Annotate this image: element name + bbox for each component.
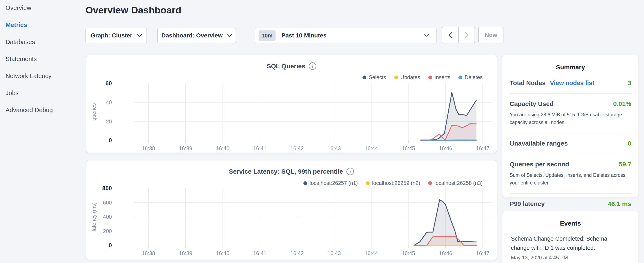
graph-dropdown[interactable]: Graph: Cluster [86,28,147,43]
svg-text:200: 200 [103,228,112,234]
sidebar-item-jobs[interactable]: Jobs [0,85,86,102]
svg-text:20: 20 [106,119,112,124]
chevron-down-icon [137,34,142,37]
dashboard-dropdown[interactable]: Dashboard: Overview [157,28,236,43]
svg-text:16:42: 16:42 [290,250,304,256]
svg-text:16:42: 16:42 [290,145,304,151]
chart-title: SQL Queries [266,63,305,70]
svg-text:16:44: 16:44 [365,145,378,151]
service-latency-chart-panel: Service Latency: SQL, 99th percentile i … [86,160,497,260]
svg-text:16:38: 16:38 [142,145,155,151]
svg-text:16:39: 16:39 [179,250,192,256]
legend-label: Selects [369,74,386,80]
svg-text:16:40: 16:40 [216,145,230,151]
svg-text:0: 0 [109,242,112,248]
svg-text:400: 400 [103,214,112,220]
info-icon[interactable]: i [346,168,354,175]
summary-label: Queries per second [510,161,569,168]
summary-row-capacity-used: Capacity Used 0.01% You are using 28.6 M… [510,94,631,133]
chart-legend: SelectsUpdatesInsertsDeletes [362,74,483,80]
legend-item[interactable]: localhost:26257 (n1) [304,180,358,186]
chevron-down-icon [424,34,429,37]
svg-text:16:39: 16:39 [179,145,192,151]
sidebar-item-statements[interactable]: Statements [0,51,86,68]
service-latency-chart: 16:3816:3916:4016:4116:4216:4316:4416:45… [86,160,498,260]
summary-value: 46.1 ms [608,200,631,207]
svg-text:600: 600 [103,200,112,205]
svg-text:latency (ms): latency (ms) [91,202,97,231]
legend-dot [428,181,432,185]
legend-label: Deletes [464,74,483,80]
legend-item[interactable]: localhost:26259 (n2) [366,180,420,186]
svg-text:0: 0 [109,137,112,144]
page-title: Overview Dashboard [86,5,181,16]
time-nav-group [442,27,475,43]
svg-text:queries: queries [91,103,97,121]
legend-item[interactable]: Selects [362,74,386,80]
summary-description: Sum of Selects, Updates, Inserts, and De… [510,171,631,187]
svg-text:16:45: 16:45 [402,145,415,151]
legend-label: Updates [400,74,420,80]
now-button[interactable]: Now [478,27,504,43]
summary-value: 59.7 [619,161,631,168]
info-icon[interactable]: i [309,62,316,70]
summary-row-queries-per-second: Queries per second 59.7 Sum of Selects, … [510,154,631,194]
summary-label: Total Nodes [510,79,546,87]
legend-dot [458,76,462,79]
time-range-label: Past 10 Minutes [282,32,424,39]
legend-dot [362,76,366,79]
sql-queries-chart-panel: SQL Queries i SelectsUpdatesInsertsDelet… [86,55,497,153]
summary-title: Summary [502,55,638,71]
legend-dot [304,181,307,185]
legend-label: localhost:26259 (n2) [372,180,420,186]
legend-label: Inserts [434,74,450,80]
legend-dot [428,76,432,79]
legend-item[interactable]: Updates [394,74,420,80]
summary-value: 0.01% [613,100,631,107]
chevron-right-icon [465,32,468,38]
summary-value: 0 [628,140,631,147]
svg-text:800: 800 [102,185,112,191]
svg-text:16:40: 16:40 [216,250,230,256]
svg-text:16:43: 16:43 [328,145,341,151]
svg-text:16:44: 16:44 [365,250,378,256]
summary-description: You are using 28.6 MiB of 515.9 GiB usab… [510,111,631,126]
page: { "sidebar": { "items": [ {"label": "Ove… [0,0,644,263]
sidebar-item-overview[interactable]: Overview [0,0,86,16]
legend-item[interactable]: Inserts [428,74,450,80]
svg-text:16:43: 16:43 [328,250,341,256]
time-range-badge: 10m [258,31,276,41]
chevron-left-icon [448,32,452,38]
chart-title: Service Latency: SQL, 99th percentile [229,168,343,175]
sidebar-item-metrics[interactable]: Metrics [0,16,86,34]
chart-legend: localhost:26257 (n1)localhost:26259 (n2)… [304,180,483,186]
summary-row-total-nodes: Total Nodes View nodes list 3 [510,73,631,94]
view-nodes-list-link[interactable]: View nodes list [550,80,594,87]
summary-label: Unavailable ranges [510,140,568,147]
summary-panel: Summary Total Nodes View nodes list 3 Ca… [502,55,639,197]
time-range-dropdown[interactable]: 10m Past 10 Minutes [255,28,436,43]
svg-text:16:46: 16:46 [439,250,452,256]
legend-label: localhost:26258 (n3) [434,180,483,186]
time-next-button[interactable] [458,27,474,43]
legend-label: localhost:26257 (n1) [310,180,358,186]
sidebar-list: OverviewMetricsDatabasesStatementsNetwor… [0,0,86,119]
legend-item[interactable]: Deletes [458,74,483,80]
summary-row-unavailable-ranges: Unavailable ranges 0 [510,133,631,154]
svg-text:60: 60 [106,80,112,87]
dashboard-dropdown-label: Dashboard: Overview [161,32,222,39]
event-item[interactable]: Schema Change Completed: Schema change w… [502,227,638,261]
svg-text:16:41: 16:41 [253,250,266,256]
legend-item[interactable]: localhost:26258 (n3) [428,180,483,186]
sidebar-item-databases[interactable]: Databases [0,34,86,51]
svg-text:16:41: 16:41 [253,145,266,151]
svg-text:16:47: 16:47 [476,145,490,151]
sidebar: OverviewMetricsDatabasesStatementsNetwor… [0,0,86,119]
svg-text:16:46: 16:46 [439,145,452,151]
events-panel: Events Schema Change Completed: Schema c… [502,211,639,263]
graph-dropdown-label: Graph: Cluster [90,32,132,39]
events-title: Events [502,211,638,227]
sidebar-item-network-latency[interactable]: Network Latency [0,68,86,85]
sidebar-item-advanced-debug[interactable]: Advanced Debug [0,102,86,119]
time-prev-button[interactable] [442,27,458,43]
